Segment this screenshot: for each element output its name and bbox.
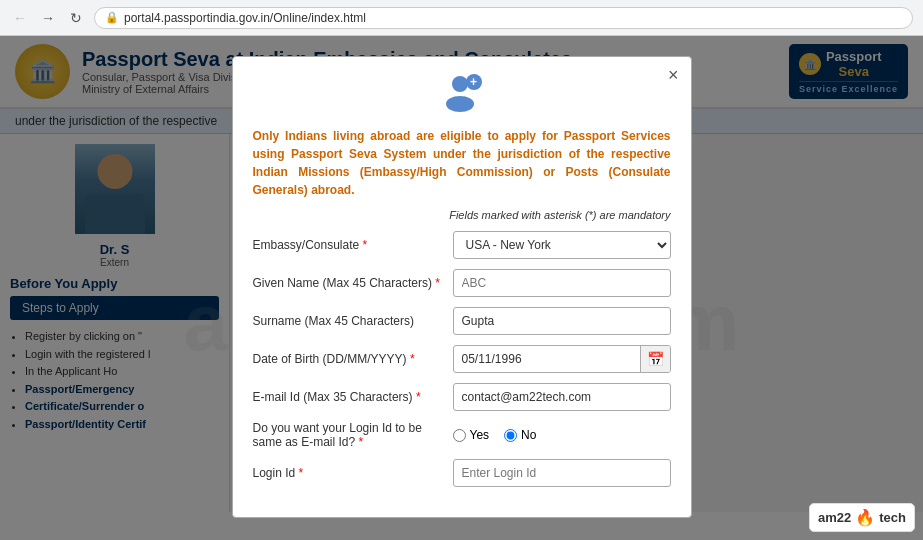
dob-input[interactable] [454,348,640,370]
embassy-form-row: Embassy/Consulate * USA - New York USA -… [253,231,671,259]
tech-text: tech [879,510,906,525]
modal-close-button[interactable]: × [668,65,679,86]
login-same-label: Do you want your Login Id to be same as … [253,421,443,449]
am22tech-badge: am22 🔥 tech [809,503,915,532]
surname-input[interactable] [453,307,671,335]
given-name-label: Given Name (Max 45 Characters) * [253,276,443,290]
login-id-label: Login Id * [253,466,443,480]
embassy-select[interactable]: USA - New York USA - Chicago USA - Houst… [453,231,671,259]
modal-overlay: × + Only Indians living abroad are eligi… [0,36,923,540]
dob-input-wrapper: 📅 [453,345,671,373]
address-bar[interactable]: 🔒 portal4.passportindia.gov.in/Online/in… [94,7,913,29]
refresh-button[interactable]: ↻ [66,8,86,28]
svg-text:+: + [470,75,477,89]
page-wrapper: 🏛️ Passport Seva at Indian Embassies and… [0,36,923,540]
browser-chrome: ← → ↻ 🔒 portal4.passportindia.gov.in/Onl… [0,0,923,36]
dob-form-row: Date of Birth (DD/MM/YYYY) * 📅 [253,345,671,373]
login-id-input[interactable] [453,459,671,487]
email-form-row: E-mail Id (Max 35 Characters) * [253,383,671,411]
surname-form-row: Surname (Max 45 Characters) [253,307,671,335]
modal-icon: + [253,72,671,119]
radio-no-label[interactable]: No [504,428,536,442]
email-label: E-mail Id (Max 35 Characters) * [253,390,443,404]
modal-warning-text: Only Indians living abroad are eligible … [253,127,671,199]
login-same-form-row: Do you want your Login Id to be same as … [253,421,671,449]
calendar-icon[interactable]: 📅 [640,346,670,372]
url-text: portal4.passportindia.gov.in/Online/inde… [124,11,366,25]
given-name-input[interactable] [453,269,671,297]
radio-yes-label[interactable]: Yes [453,428,490,442]
forward-button[interactable]: → [38,8,58,28]
svg-point-1 [446,96,474,112]
radio-no[interactable] [504,429,517,442]
svg-point-0 [452,76,468,92]
login-same-radio-group: Yes No [453,428,537,442]
person-with-plus-icon: + [442,72,482,112]
fire-icon: 🔥 [855,508,875,527]
surname-label: Surname (Max 45 Characters) [253,314,443,328]
lock-icon: 🔒 [105,11,119,24]
dob-label: Date of Birth (DD/MM/YYYY) * [253,352,443,366]
email-input[interactable] [453,383,671,411]
login-id-form-row: Login Id * [253,459,671,487]
embassy-label: Embassy/Consulate * [253,238,443,252]
back-button[interactable]: ← [10,8,30,28]
radio-yes[interactable] [453,429,466,442]
modal-mandatory-note: Fields marked with asterisk (*) are mand… [253,209,671,221]
given-name-form-row: Given Name (Max 45 Characters) * [253,269,671,297]
am22-text: am22 [818,510,851,525]
modal-dialog: × + Only Indians living abroad are eligi… [232,56,692,518]
